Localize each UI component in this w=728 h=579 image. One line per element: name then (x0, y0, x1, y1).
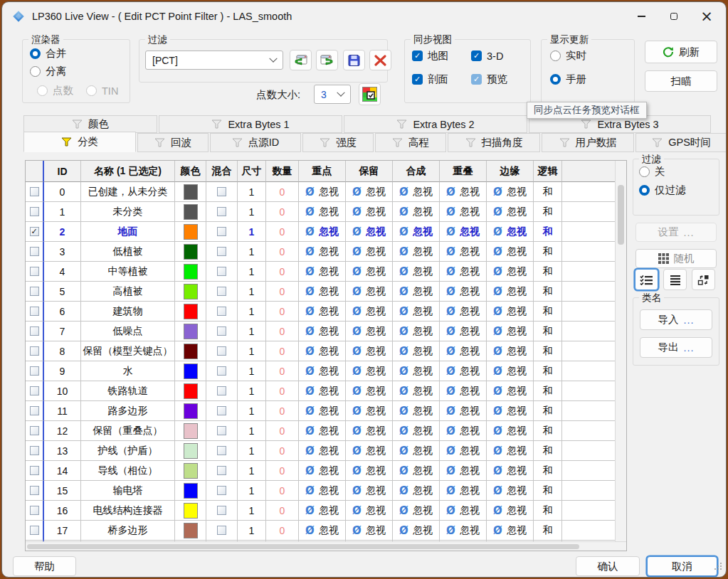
class-id-cell[interactable]: 0 (44, 182, 81, 202)
tab-classification[interactable]: 分类 (23, 132, 136, 152)
class-name-cell[interactable]: 水 (81, 361, 175, 381)
size-cell[interactable]: 1 (238, 182, 266, 202)
flag-withheld-cell[interactable]: Ø忽视 (346, 421, 393, 441)
flag-synthetic-cell[interactable]: Ø忽视 (393, 481, 440, 501)
class-name-cell[interactable]: 桥多边形 (81, 521, 175, 541)
class-id-cell[interactable]: 1 (44, 202, 81, 222)
color-swatch[interactable] (184, 423, 198, 439)
row-select-cell[interactable] (26, 302, 44, 322)
flag-overlap-cell[interactable]: Ø忽视 (440, 322, 487, 341)
flag-synthetic-cell[interactable]: Ø忽视 (393, 441, 440, 461)
class-color-cell[interactable] (175, 282, 206, 302)
blend-checkbox[interactable] (217, 326, 226, 336)
flag-keypoint-cell[interactable]: Ø忽视 (299, 481, 346, 501)
size-cell[interactable]: 1 (238, 501, 266, 521)
blend-cell[interactable] (206, 282, 238, 302)
class-color-cell[interactable] (175, 302, 206, 322)
class-color-cell[interactable] (175, 202, 206, 222)
flag-edge-cell[interactable]: Ø忽视 (487, 481, 534, 501)
blend-cell[interactable] (206, 441, 238, 461)
logic-cell[interactable]: 和 (534, 302, 562, 322)
flag-withheld-cell[interactable]: Ø忽视 (346, 461, 393, 481)
class-color-cell[interactable] (175, 521, 206, 541)
sync-checkbox-map[interactable]: ✓地图 (412, 49, 471, 63)
flag-withheld-cell[interactable]: Ø忽视 (346, 282, 393, 302)
check-all-list-icon[interactable] (635, 269, 658, 290)
flag-edge-cell[interactable]: Ø忽视 (487, 282, 534, 302)
color-swatch[interactable] (184, 184, 198, 200)
flag-withheld-cell[interactable]: Ø忽视 (346, 341, 393, 361)
class-name-cell[interactable]: 导线（相位） (81, 461, 175, 481)
renderer-radio-tin[interactable]: TIN (86, 84, 118, 97)
flag-edge-cell[interactable]: Ø忽视 (487, 501, 534, 521)
class-id-cell[interactable]: 9 (44, 361, 81, 381)
blend-checkbox[interactable] (217, 426, 226, 435)
size-cell[interactable]: 1 (238, 361, 266, 381)
class-name-cell[interactable]: 中等植被 (81, 262, 175, 282)
size-cell[interactable]: 1 (238, 302, 266, 322)
class-color-cell[interactable] (175, 461, 206, 481)
row-select-cell[interactable] (26, 322, 44, 341)
row-select-cell[interactable] (26, 361, 44, 381)
logic-cell[interactable]: 和 (534, 421, 562, 441)
flag-synthetic-cell[interactable]: Ø忽视 (393, 381, 440, 401)
flag-synthetic-cell[interactable]: Ø忽视 (393, 182, 440, 202)
row-select-cell[interactable] (26, 481, 44, 501)
row-select-checkbox[interactable] (30, 247, 39, 256)
blend-checkbox[interactable] (217, 187, 226, 196)
flag-overlap-cell[interactable]: Ø忽视 (440, 381, 487, 401)
flag-overlap-cell[interactable]: Ø忽视 (440, 242, 487, 262)
resize-grip[interactable] (714, 561, 722, 573)
flag-withheld-cell[interactable]: Ø忽视 (346, 501, 393, 521)
flag-keypoint-cell[interactable]: Ø忽视 (299, 302, 346, 322)
blend-checkbox[interactable] (217, 227, 226, 236)
class-color-cell[interactable] (175, 242, 206, 262)
logic-cell[interactable]: 和 (534, 322, 562, 341)
class-color-cell[interactable] (175, 501, 206, 521)
flag-edge-cell[interactable]: Ø忽视 (487, 341, 534, 361)
flag-withheld-cell[interactable]: Ø忽视 (346, 441, 393, 461)
color-swatch[interactable] (184, 264, 198, 280)
minimize-icon[interactable] (625, 2, 658, 31)
flag-overlap-cell[interactable]: Ø忽视 (440, 262, 487, 282)
blend-cell[interactable] (206, 421, 238, 441)
flag-keypoint-cell[interactable]: Ø忽视 (299, 202, 346, 222)
vertical-scrollbar-thumb[interactable] (618, 185, 624, 245)
row-select-cell[interactable] (26, 182, 44, 202)
logic-cell[interactable]: 和 (534, 401, 562, 421)
tab-intensity[interactable]: 强度 (302, 133, 374, 152)
tab-color[interactable]: 颜色 (23, 115, 157, 133)
row-select-cell[interactable] (26, 421, 44, 441)
class-id-cell[interactable]: 5 (44, 282, 81, 302)
color-swatch[interactable] (184, 304, 198, 319)
flag-edge-cell[interactable]: Ø忽视 (487, 381, 534, 401)
class-name-cell[interactable]: 保留（模型关键点） (81, 341, 175, 361)
blend-checkbox[interactable] (217, 526, 226, 535)
flag-withheld-cell[interactable]: Ø忽视 (346, 401, 393, 421)
flag-edge-cell[interactable]: Ø忽视 (487, 461, 534, 481)
size-cell[interactable]: 1 (238, 481, 266, 501)
blend-checkbox[interactable] (217, 406, 226, 415)
flag-synthetic-cell[interactable]: Ø忽视 (393, 461, 440, 481)
tab-returns[interactable]: 回波 (137, 133, 209, 152)
flag-edge-cell[interactable]: Ø忽视 (487, 521, 534, 541)
flag-withheld-cell[interactable]: Ø忽视 (346, 521, 393, 541)
blend-checkbox[interactable] (217, 307, 226, 316)
class-name-cell[interactable]: 路多边形 (81, 401, 175, 421)
settings-button[interactable]: 设置... (635, 223, 717, 242)
row-select-cell[interactable] (26, 461, 44, 481)
point-size-dropdown[interactable]: 3 (314, 85, 351, 104)
class-id-cell[interactable]: 14 (44, 461, 81, 481)
size-cell[interactable]: 1 (238, 282, 266, 302)
class-id-cell[interactable]: 8 (44, 341, 81, 361)
row-select-cell[interactable]: ✓ (26, 222, 44, 242)
class-name-cell[interactable]: 铁路轨道 (81, 381, 175, 401)
row-select-checkbox[interactable] (30, 466, 39, 475)
renderer-radio-merge[interactable]: 合并 (30, 47, 130, 60)
flag-withheld-cell[interactable]: Ø忽视 (346, 302, 393, 322)
class-name-cell[interactable]: 高植被 (81, 282, 175, 302)
logic-cell[interactable]: 和 (534, 262, 562, 282)
class-id-cell[interactable]: 12 (44, 421, 81, 441)
row-select-cell[interactable] (26, 521, 44, 541)
flag-edge-cell[interactable]: Ø忽视 (487, 182, 534, 202)
